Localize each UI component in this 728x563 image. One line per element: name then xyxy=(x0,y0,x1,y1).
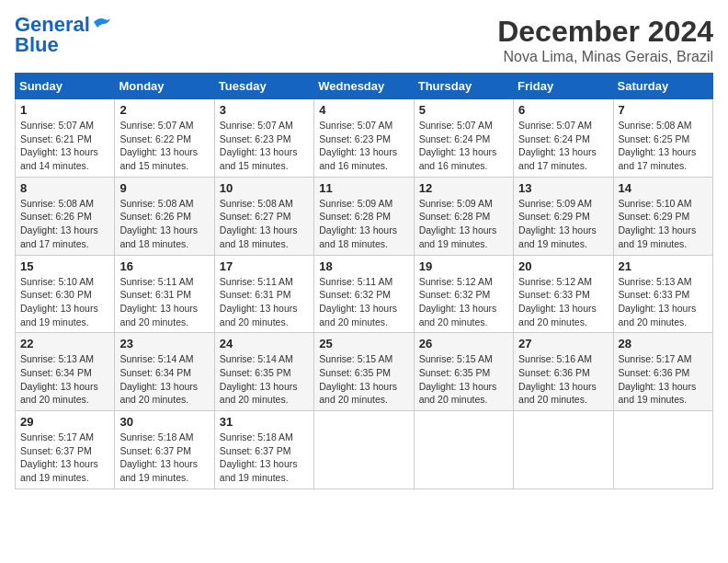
calendar-cell: 11 Sunrise: 5:09 AMSunset: 6:28 PMDaylig… xyxy=(314,177,414,255)
day-number: 17 xyxy=(220,259,309,273)
weekday-header-tuesday: Tuesday xyxy=(214,74,313,99)
day-number: 3 xyxy=(220,103,309,117)
calendar-cell: 17 Sunrise: 5:11 AMSunset: 6:31 PMDaylig… xyxy=(214,255,313,333)
week-row-4: 22 Sunrise: 5:13 AMSunset: 6:34 PMDaylig… xyxy=(16,333,713,411)
day-info: Sunrise: 5:17 AMSunset: 6:37 PMDaylight:… xyxy=(20,431,98,483)
day-number: 30 xyxy=(119,415,209,429)
day-number: 13 xyxy=(518,181,608,195)
weekday-header-sunday: Sunday xyxy=(16,74,115,99)
title-area: December 2024 Nova Lima, Minas Gerais, B… xyxy=(497,15,713,65)
day-number: 28 xyxy=(619,337,708,350)
day-info: Sunrise: 5:09 AMSunset: 6:28 PMDaylight:… xyxy=(419,198,497,249)
day-number: 26 xyxy=(419,337,508,350)
day-number: 21 xyxy=(619,259,708,273)
calendar-cell: 27 Sunrise: 5:16 AMSunset: 6:36 PMDaylig… xyxy=(514,333,613,411)
day-info: Sunrise: 5:15 AMSunset: 6:35 PMDaylight:… xyxy=(319,353,397,405)
calendar-cell: 14 Sunrise: 5:10 AMSunset: 6:29 PMDaylig… xyxy=(613,177,712,255)
calendar-cell: 5 Sunrise: 5:07 AMSunset: 6:24 PMDayligh… xyxy=(414,99,513,178)
day-info: Sunrise: 5:13 AMSunset: 6:33 PMDaylight:… xyxy=(619,276,697,327)
day-info: Sunrise: 5:16 AMSunset: 6:36 PMDaylight:… xyxy=(518,353,597,405)
day-info: Sunrise: 5:12 AMSunset: 6:33 PMDaylight:… xyxy=(518,276,597,327)
calendar-cell: 26 Sunrise: 5:15 AMSunset: 6:35 PMDaylig… xyxy=(414,333,513,411)
weekday-header-friday: Friday xyxy=(514,74,613,99)
calendar-cell: 22 Sunrise: 5:13 AMSunset: 6:34 PMDaylig… xyxy=(16,333,115,411)
calendar-cell: 9 Sunrise: 5:08 AMSunset: 6:26 PMDayligh… xyxy=(115,177,214,255)
logo-bird-icon xyxy=(92,15,112,31)
calendar-cell xyxy=(514,411,613,489)
weekday-header-wednesday: Wednesday xyxy=(314,74,414,99)
day-number: 27 xyxy=(518,337,608,350)
day-info: Sunrise: 5:15 AMSunset: 6:35 PMDaylight:… xyxy=(419,353,497,405)
day-number: 9 xyxy=(119,181,209,195)
day-info: Sunrise: 5:10 AMSunset: 6:29 PMDaylight:… xyxy=(619,198,697,249)
calendar-cell: 18 Sunrise: 5:11 AMSunset: 6:32 PMDaylig… xyxy=(314,255,414,333)
day-number: 19 xyxy=(419,259,508,273)
weekday-header-saturday: Saturday xyxy=(613,74,712,99)
logo-text: General xyxy=(15,15,90,35)
day-info: Sunrise: 5:11 AMSunset: 6:31 PMDaylight:… xyxy=(220,276,298,327)
day-info: Sunrise: 5:07 AMSunset: 6:23 PMDaylight:… xyxy=(220,120,298,171)
day-info: Sunrise: 5:14 AMSunset: 6:35 PMDaylight:… xyxy=(220,353,298,405)
calendar-cell: 29 Sunrise: 5:17 AMSunset: 6:37 PMDaylig… xyxy=(16,411,115,489)
logo-blue: Blue xyxy=(15,35,59,55)
day-info: Sunrise: 5:18 AMSunset: 6:37 PMDaylight:… xyxy=(119,431,198,483)
calendar-cell: 4 Sunrise: 5:07 AMSunset: 6:23 PMDayligh… xyxy=(314,99,414,178)
day-number: 12 xyxy=(419,181,508,195)
day-info: Sunrise: 5:09 AMSunset: 6:28 PMDaylight:… xyxy=(319,198,397,249)
calendar-cell: 20 Sunrise: 5:12 AMSunset: 6:33 PMDaylig… xyxy=(514,255,613,333)
day-number: 5 xyxy=(419,103,508,117)
day-number: 16 xyxy=(119,259,209,273)
calendar-cell: 7 Sunrise: 5:08 AMSunset: 6:25 PMDayligh… xyxy=(613,99,712,178)
day-number: 22 xyxy=(20,337,109,350)
calendar-cell: 10 Sunrise: 5:08 AMSunset: 6:27 PMDaylig… xyxy=(214,177,313,255)
week-row-5: 29 Sunrise: 5:17 AMSunset: 6:37 PMDaylig… xyxy=(16,411,713,489)
day-number: 11 xyxy=(319,181,408,195)
day-info: Sunrise: 5:08 AMSunset: 6:26 PMDaylight:… xyxy=(20,198,98,249)
month-title: December 2024 xyxy=(497,15,713,49)
calendar-cell: 2 Sunrise: 5:07 AMSunset: 6:22 PMDayligh… xyxy=(115,99,214,178)
location-title: Nova Lima, Minas Gerais, Brazil xyxy=(497,49,713,65)
day-number: 6 xyxy=(518,103,608,117)
day-info: Sunrise: 5:17 AMSunset: 6:36 PMDaylight:… xyxy=(619,353,697,405)
weekday-header-row: SundayMondayTuesdayWednesdayThursdayFrid… xyxy=(16,74,713,99)
week-row-2: 8 Sunrise: 5:08 AMSunset: 6:26 PMDayligh… xyxy=(16,177,713,255)
day-info: Sunrise: 5:12 AMSunset: 6:32 PMDaylight:… xyxy=(419,276,497,327)
day-number: 15 xyxy=(20,259,109,273)
calendar-cell: 31 Sunrise: 5:18 AMSunset: 6:37 PMDaylig… xyxy=(214,411,313,489)
calendar-cell xyxy=(613,411,712,489)
calendar-cell: 30 Sunrise: 5:18 AMSunset: 6:37 PMDaylig… xyxy=(115,411,214,489)
day-info: Sunrise: 5:07 AMSunset: 6:22 PMDaylight:… xyxy=(119,120,198,171)
calendar-cell: 12 Sunrise: 5:09 AMSunset: 6:28 PMDaylig… xyxy=(414,177,513,255)
week-row-3: 15 Sunrise: 5:10 AMSunset: 6:30 PMDaylig… xyxy=(16,255,713,333)
day-number: 24 xyxy=(220,337,309,350)
day-info: Sunrise: 5:18 AMSunset: 6:37 PMDaylight:… xyxy=(220,431,298,483)
calendar-cell xyxy=(314,411,414,489)
logo: General Blue xyxy=(15,15,112,55)
day-info: Sunrise: 5:08 AMSunset: 6:26 PMDaylight:… xyxy=(119,198,198,249)
day-number: 23 xyxy=(119,337,209,350)
calendar-cell: 21 Sunrise: 5:13 AMSunset: 6:33 PMDaylig… xyxy=(613,255,712,333)
calendar-cell: 23 Sunrise: 5:14 AMSunset: 6:34 PMDaylig… xyxy=(115,333,214,411)
day-info: Sunrise: 5:07 AMSunset: 6:21 PMDaylight:… xyxy=(20,120,98,171)
calendar-cell: 19 Sunrise: 5:12 AMSunset: 6:32 PMDaylig… xyxy=(414,255,513,333)
day-info: Sunrise: 5:13 AMSunset: 6:34 PMDaylight:… xyxy=(20,353,98,405)
week-row-1: 1 Sunrise: 5:07 AMSunset: 6:21 PMDayligh… xyxy=(16,99,713,178)
day-info: Sunrise: 5:07 AMSunset: 6:24 PMDaylight:… xyxy=(419,120,497,171)
calendar-cell: 25 Sunrise: 5:15 AMSunset: 6:35 PMDaylig… xyxy=(314,333,414,411)
calendar-cell: 1 Sunrise: 5:07 AMSunset: 6:21 PMDayligh… xyxy=(16,99,115,178)
day-info: Sunrise: 5:14 AMSunset: 6:34 PMDaylight:… xyxy=(119,353,198,405)
calendar-cell xyxy=(414,411,513,489)
day-number: 10 xyxy=(220,181,309,195)
calendar-cell: 3 Sunrise: 5:07 AMSunset: 6:23 PMDayligh… xyxy=(214,99,313,178)
day-number: 18 xyxy=(319,259,408,273)
day-info: Sunrise: 5:10 AMSunset: 6:30 PMDaylight:… xyxy=(20,276,98,327)
weekday-header-thursday: Thursday xyxy=(414,74,513,99)
day-number: 29 xyxy=(20,415,109,429)
calendar-cell: 24 Sunrise: 5:14 AMSunset: 6:35 PMDaylig… xyxy=(214,333,313,411)
day-number: 8 xyxy=(20,181,109,195)
calendar-cell: 6 Sunrise: 5:07 AMSunset: 6:24 PMDayligh… xyxy=(514,99,613,178)
calendar-cell: 8 Sunrise: 5:08 AMSunset: 6:26 PMDayligh… xyxy=(16,177,115,255)
weekday-header-monday: Monday xyxy=(115,74,214,99)
day-info: Sunrise: 5:07 AMSunset: 6:23 PMDaylight:… xyxy=(319,120,397,171)
calendar-cell: 13 Sunrise: 5:09 AMSunset: 6:29 PMDaylig… xyxy=(514,177,613,255)
